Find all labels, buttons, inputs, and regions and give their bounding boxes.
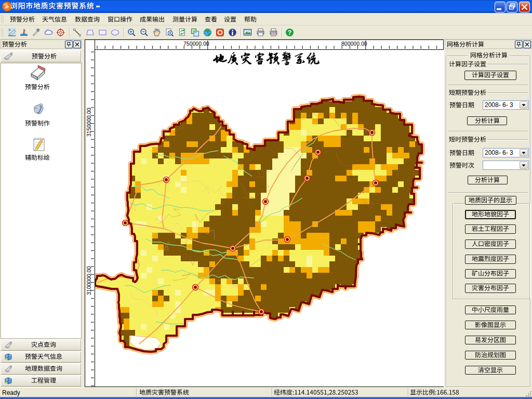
svg-text:dr: dr [5,4,9,9]
svg-text:?: ? [288,29,291,36]
